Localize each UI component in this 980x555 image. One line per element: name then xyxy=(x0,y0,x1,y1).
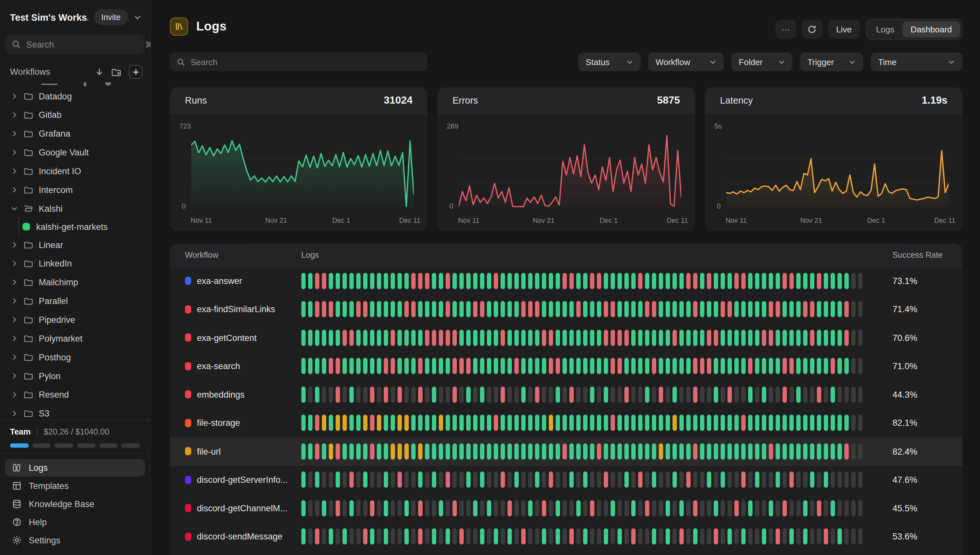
log-bar[interactable] xyxy=(397,386,402,403)
log-bar[interactable] xyxy=(425,301,430,317)
log-bar[interactable] xyxy=(617,500,622,516)
log-bar[interactable] xyxy=(542,500,546,516)
log-bar[interactable] xyxy=(514,528,519,545)
log-bar[interactable] xyxy=(700,443,705,459)
log-bar[interactable] xyxy=(576,330,581,346)
log-bar[interactable] xyxy=(652,358,656,374)
log-bar[interactable] xyxy=(480,301,484,317)
log-bar[interactable] xyxy=(844,443,849,459)
log-bar[interactable] xyxy=(844,415,849,431)
log-bar[interactable] xyxy=(851,273,856,289)
log-bar[interactable] xyxy=(328,528,333,545)
table-row[interactable]: file-storage 82.1% xyxy=(170,409,962,437)
log-bar[interactable] xyxy=(322,500,326,516)
log-bar[interactable] xyxy=(301,472,306,488)
log-bar[interactable] xyxy=(769,386,773,403)
log-bar[interactable] xyxy=(776,500,780,516)
log-bar[interactable] xyxy=(328,330,333,346)
log-bar[interactable] xyxy=(721,386,725,403)
log-bar[interactable] xyxy=(762,415,766,431)
log-bar[interactable] xyxy=(570,500,574,516)
log-bar[interactable] xyxy=(611,415,615,431)
log-bar[interactable] xyxy=(370,528,375,545)
log-bar[interactable] xyxy=(679,415,684,431)
log-bar[interactable] xyxy=(769,472,773,488)
log-bar[interactable] xyxy=(652,472,656,488)
log-bar[interactable] xyxy=(727,528,732,545)
log-bar[interactable] xyxy=(322,273,326,289)
log-bar[interactable] xyxy=(349,472,354,488)
log-bar[interactable] xyxy=(336,386,340,403)
log-bar[interactable] xyxy=(411,301,416,317)
log-bar[interactable] xyxy=(762,386,766,403)
log-bar[interactable] xyxy=(830,415,835,431)
log-bar[interactable] xyxy=(446,273,450,289)
log-bar[interactable] xyxy=(459,472,464,488)
log-bar[interactable] xyxy=(418,415,423,431)
log-bar[interactable] xyxy=(755,472,760,488)
log-bar[interactable] xyxy=(377,330,381,346)
log-bars[interactable] xyxy=(301,273,875,289)
log-bar[interactable] xyxy=(776,301,780,317)
log-bar[interactable] xyxy=(741,386,746,403)
log-bar[interactable] xyxy=(817,301,822,317)
log-bar[interactable] xyxy=(830,386,835,403)
log-bar[interactable] xyxy=(494,301,499,317)
log-bar[interactable] xyxy=(570,358,574,374)
log-bar[interactable] xyxy=(570,273,574,289)
log-bar[interactable] xyxy=(466,273,471,289)
log-bar[interactable] xyxy=(570,415,574,431)
log-bar[interactable] xyxy=(611,528,615,545)
log-bar[interactable] xyxy=(638,358,643,374)
log-bar[interactable] xyxy=(384,472,388,488)
log-bar[interactable] xyxy=(542,358,546,374)
log-bar[interactable] xyxy=(824,273,828,289)
log-bar[interactable] xyxy=(624,415,629,431)
log-bar[interactable] xyxy=(411,528,416,545)
log-bar[interactable] xyxy=(397,301,402,317)
log-bar[interactable] xyxy=(494,358,499,374)
log-bar[interactable] xyxy=(652,273,656,289)
log-bar[interactable] xyxy=(521,301,526,317)
log-bar[interactable] xyxy=(315,443,320,459)
log-bar[interactable] xyxy=(377,528,381,545)
log-bar[interactable] xyxy=(666,415,670,431)
log-bar[interactable] xyxy=(824,528,828,545)
log-bar[interactable] xyxy=(363,301,367,317)
log-bar[interactable] xyxy=(507,301,512,317)
log-bar[interactable] xyxy=(356,472,360,488)
log-bar[interactable] xyxy=(830,528,835,545)
log-bar[interactable] xyxy=(666,330,670,346)
log-bar[interactable] xyxy=(851,500,856,516)
log-bar[interactable] xyxy=(466,358,471,374)
log-bar[interactable] xyxy=(789,500,794,516)
log-bar[interactable] xyxy=(734,415,739,431)
log-bar[interactable] xyxy=(507,472,512,488)
log-bar[interactable] xyxy=(583,443,587,459)
log-bar[interactable] xyxy=(583,386,587,403)
log-bar[interactable] xyxy=(700,528,705,545)
log-bar[interactable] xyxy=(611,472,615,488)
log-bar[interactable] xyxy=(837,358,842,374)
log-bar[interactable] xyxy=(432,415,436,431)
log-bar[interactable] xyxy=(322,415,326,431)
log-bar[interactable] xyxy=(803,386,808,403)
log-bar[interactable] xyxy=(611,330,615,346)
log-bar[interactable] xyxy=(590,273,595,289)
log-bar[interactable] xyxy=(714,386,718,403)
log-bar[interactable] xyxy=(803,273,808,289)
log-bar[interactable] xyxy=(452,528,457,545)
log-bar[interactable] xyxy=(783,273,787,289)
log-bar[interactable] xyxy=(679,358,684,374)
chevron-icon[interactable] xyxy=(11,391,18,398)
log-bar[interactable] xyxy=(480,415,484,431)
log-bar[interactable] xyxy=(803,330,808,346)
log-bar[interactable] xyxy=(769,330,773,346)
log-bar[interactable] xyxy=(789,358,794,374)
log-bar[interactable] xyxy=(783,330,787,346)
log-bar[interactable] xyxy=(707,472,711,488)
log-bar[interactable] xyxy=(858,301,863,317)
log-bar[interactable] xyxy=(789,415,794,431)
log-bar[interactable] xyxy=(673,415,677,431)
log-bar[interactable] xyxy=(466,415,471,431)
